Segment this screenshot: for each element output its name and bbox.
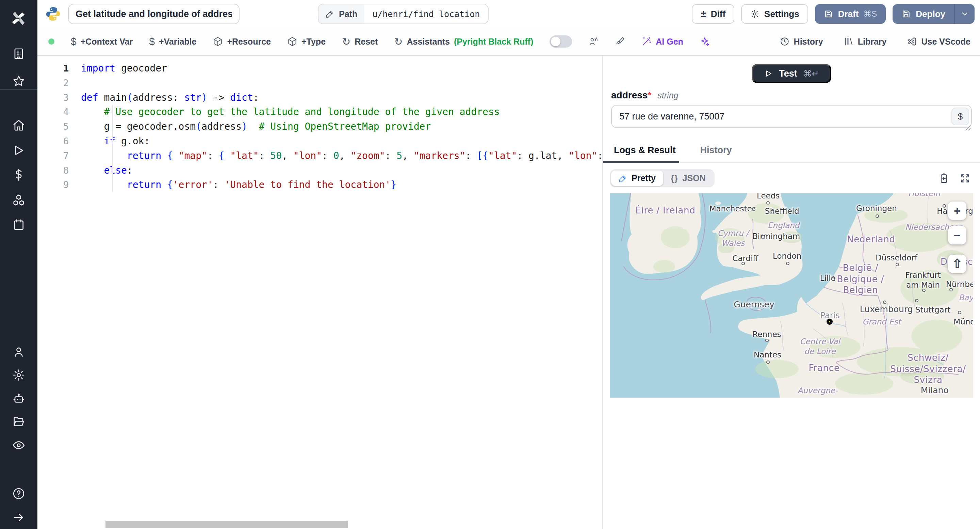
path-value: u/henri/find_location	[364, 9, 488, 19]
editor-line[interactable]: 3def main(address: str) -> dict:	[37, 91, 602, 105]
sidebar-item-variables[interactable]	[0, 165, 37, 185]
editor-line[interactable]: 8 else:	[37, 163, 602, 178]
pretty-view-button[interactable]: Pretty	[611, 170, 663, 186]
sidebar-item-folders[interactable]	[0, 411, 37, 432]
ai-sparkles-button[interactable]	[700, 37, 710, 47]
city-dot-icon	[786, 262, 789, 265]
deploy-button[interactable]: Deploy	[892, 4, 954, 24]
address-input[interactable]	[611, 105, 972, 128]
topbar: Path u/henri/find_location ± Diff Settin…	[37, 0, 980, 28]
package-icon	[213, 37, 223, 47]
add-type-button[interactable]: +Type	[287, 37, 326, 47]
editor-toolbar: $+Context Var $+Variable +Resource +Type…	[37, 28, 980, 56]
dollar-icon: $	[71, 36, 76, 47]
editor-line[interactable]: 6 if g.ok:	[37, 134, 602, 149]
arrow-right-icon	[12, 511, 25, 524]
editor-line[interactable]: 2	[37, 76, 602, 91]
sidebar-item-audit[interactable]	[0, 435, 37, 456]
vscode-icon	[907, 37, 917, 47]
editor-horizontal-scrollbar[interactable]	[105, 521, 348, 528]
path-widget[interactable]: Path u/henri/find_location	[318, 4, 488, 24]
deploy-split-button: Deploy	[892, 4, 975, 24]
pen-icon	[619, 174, 627, 183]
deploy-dropdown-button[interactable]	[954, 4, 975, 24]
city-dot-icon	[765, 339, 769, 342]
code-editor[interactable]: 1import geocoder23def main(address: str)…	[37, 56, 603, 529]
add-variable-button[interactable]: $+Variable	[149, 36, 196, 47]
tab-history[interactable]: History	[700, 140, 732, 163]
expand-icon[interactable]	[959, 173, 970, 184]
star-icon	[12, 75, 25, 88]
sidebar-item-resources[interactable]	[0, 190, 37, 210]
line-content: # Use geocoder to get the latitude and l…	[81, 105, 602, 120]
home-icon	[12, 119, 25, 132]
copy-clipboard-icon[interactable]	[939, 173, 950, 184]
multiplayer-toggle[interactable]	[550, 35, 572, 48]
result-toolbar: Pretty {} JSON	[603, 163, 980, 192]
assistants-button[interactable]: ↻ Assistants (Pyright Black Ruff)	[394, 36, 533, 48]
calendar-icon	[12, 218, 25, 231]
play-icon	[12, 144, 25, 157]
resize-grip-icon[interactable]	[965, 121, 971, 127]
city-dot-icon	[766, 360, 770, 364]
sidebar-item-account[interactable]	[0, 342, 37, 362]
city-dot-icon	[831, 277, 835, 281]
editor-line[interactable]: 7 return { "map": { "lat": 50, "lon": 0,…	[37, 149, 602, 163]
reset-button[interactable]: ↻ Reset	[342, 36, 378, 48]
map-zoom-out-button[interactable]: −	[948, 226, 966, 244]
sidebar-item-home[interactable]	[0, 115, 37, 135]
city-dot-icon	[922, 289, 926, 292]
library-button[interactable]: Library	[843, 37, 887, 47]
run-preview-panel: Test ⌘↵ address* string $	[603, 56, 980, 529]
sidebar-item-schedules[interactable]	[0, 215, 37, 235]
line-number: 7	[37, 149, 81, 163]
settings-button[interactable]: Settings	[741, 4, 808, 24]
ai-gen-button[interactable]: AI Gen	[641, 37, 683, 47]
sidebar-item-favorites[interactable]	[0, 71, 37, 91]
boxes-icon	[12, 194, 25, 207]
json-view-button[interactable]: {} JSON	[663, 170, 713, 186]
pencil-icon	[325, 10, 334, 18]
editor-line[interactable]: 1import geocoder	[37, 61, 602, 76]
sidebar-item-workers[interactable]	[0, 389, 37, 409]
draft-button[interactable]: Draft ⌘S	[815, 4, 886, 24]
field-name: address*	[611, 90, 651, 101]
add-resource-button[interactable]: +Resource	[213, 37, 271, 47]
city-dot-icon	[883, 301, 886, 304]
sidebar-item-settings[interactable]	[0, 365, 37, 386]
sidebar-item-collapse[interactable]	[0, 507, 37, 527]
test-button[interactable]: Test ⌘↵	[752, 64, 831, 83]
script-title-input[interactable]	[68, 4, 240, 24]
tab-logs-result[interactable]: Logs & Result	[614, 140, 676, 163]
sidebar-item-help[interactable]	[0, 483, 37, 504]
vscode-button[interactable]: Use VScode	[907, 37, 970, 47]
city-dot-icon	[771, 210, 774, 214]
map-zoom-in-button[interactable]: +	[948, 202, 966, 220]
refresh-icon: ↻	[342, 36, 350, 48]
history-button[interactable]: History	[780, 37, 823, 47]
sidebar-item-workspace[interactable]	[0, 43, 37, 64]
map-controls: + − ⇧	[948, 202, 966, 273]
folder-open-icon	[12, 415, 25, 428]
map-reset-view-button[interactable]: ⇧	[948, 255, 966, 273]
result-tabs: Logs & Result History	[603, 140, 980, 163]
city-dot-icon	[896, 263, 899, 266]
paintbrush-icon	[615, 37, 625, 47]
add-context-var-button[interactable]: $+Context Var	[71, 36, 133, 47]
diff-button[interactable]: ± Diff	[692, 4, 734, 24]
editor-line[interactable]: 4 # Use geocoder to get the latitude and…	[37, 105, 602, 120]
gear-icon	[12, 369, 25, 382]
line-content: import geocoder	[81, 61, 602, 76]
format-button[interactable]	[615, 37, 625, 47]
path-edit[interactable]: Path	[318, 5, 364, 24]
multiplayer-button[interactable]	[588, 37, 598, 47]
windmill-logo-icon[interactable]	[0, 7, 37, 30]
result-map[interactable]: LeedsÉire / IrelandManchesterSheffieldGr…	[610, 193, 973, 398]
map-marker-home[interactable]	[827, 319, 833, 325]
indent-guide	[112, 105, 113, 192]
editor-line[interactable]: 9 return {'error': 'Unable to find the l…	[37, 178, 602, 192]
sidebar-item-runs[interactable]	[0, 140, 37, 161]
assistants-status: (Pyright Black Ruff)	[454, 37, 533, 47]
city-dot-icon	[752, 208, 756, 211]
editor-line[interactable]: 5 g = geocoder.osm(address) # Using Open…	[37, 120, 602, 134]
